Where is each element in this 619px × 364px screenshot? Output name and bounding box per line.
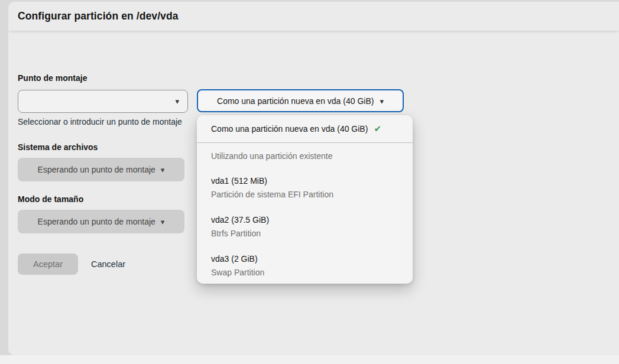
menu-item-description: Partición de sistema EFI Partition [211,188,398,201]
menu-group-header: Utilizando una partición existente [197,143,413,169]
menu-item-label: vda3 (2 GiB) [211,253,398,265]
mount-point-label: Punto de montaje [18,73,87,83]
usage-select-value: Como una partición nueva en vda (40 GiB) [217,96,374,106]
menu-item-vda2[interactable]: vda2 (37.5 GiB) Btrfs Partition [197,207,413,246]
menu-item-description: Btrfs Partition [211,228,398,240]
mount-point-helper-text: Seleccionar o introducir un punto de mon… [18,117,182,126]
menu-item-label: vda1 (512 MiB) [211,175,398,187]
mount-point-select[interactable]: ▾ [18,90,188,113]
usage-dropdown-menu: Como una partición nueva en vda (40 GiB)… [197,115,413,284]
chevron-down-icon: ▾ [175,96,179,105]
dialog-body: Punto de montaje ▾ Como una partición nu… [8,31,619,355]
dialog-header: Configurar partición en /dev/vda [8,2,619,31]
menu-item-label: Como una partición nueva en vda (40 GiB) [211,124,368,134]
size-mode-select-value: Esperando un punto de montaje [38,217,155,226]
filesystem-select-value: Esperando un punto de montaje [38,165,155,174]
size-mode-select: Esperando un punto de montaje ▾ [18,210,184,233]
chevron-down-icon: ▾ [380,97,384,106]
accept-button: Aceptar [18,254,78,275]
filesystem-select: Esperando un punto de montaje ▾ [18,158,184,181]
configure-partition-dialog: Configurar partición en /dev/vda Punto d… [8,2,619,355]
chevron-down-icon: ▾ [161,165,165,174]
menu-item-label: vda2 (37.5 GiB) [211,214,398,226]
cancel-button[interactable]: Cancelar [91,254,125,275]
filesystem-label: Sistema de archivos [18,142,98,152]
menu-item-vda3[interactable]: vda3 (2 GiB) Swap Partition [197,246,413,284]
usage-select-toggle[interactable]: Como una partición nueva en vda (40 GiB)… [197,89,404,112]
dialog-title: Configurar partición en /dev/vda [18,10,179,22]
check-icon: ✔ [374,124,381,134]
menu-item-vda1[interactable]: vda1 (512 MiB) Partición de sistema EFI … [197,169,413,207]
menu-item-new-partition[interactable]: Como una partición nueva en vda (40 GiB)… [197,115,413,143]
size-mode-label: Modo de tamaño [18,194,83,204]
chevron-down-icon: ▾ [161,217,165,226]
menu-item-description: Swap Partition [211,266,398,279]
